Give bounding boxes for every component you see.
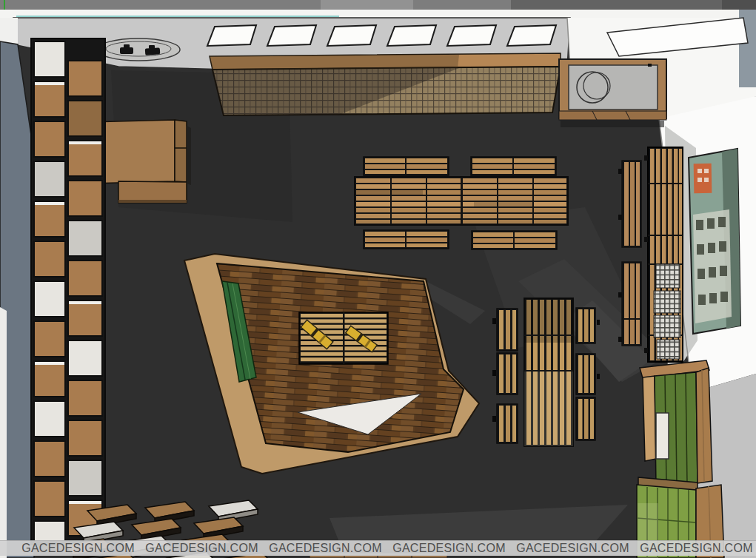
large-table (355, 177, 568, 225)
top-wall-cap (0, 10, 756, 19)
vertical-reading-tables (492, 298, 600, 446)
large-table (524, 298, 573, 446)
platform-slatted-table (299, 312, 388, 364)
watermark-text: GACEDESIGN.COM (264, 542, 387, 555)
bench-seat (497, 309, 518, 443)
slatted-display-panel (210, 53, 561, 115)
interior-render (0, 0, 756, 558)
wide-slat-unit (648, 147, 683, 362)
bench-seat (471, 157, 556, 175)
mesh-basket (654, 264, 680, 359)
bench-seat (364, 230, 449, 249)
axis-line-green (4, 0, 5, 10)
left-cube-shelving (31, 38, 105, 545)
service-counter (559, 59, 666, 127)
watermark-text: GACEDESIGN.COM (16, 542, 140, 555)
watermark-text: GACEDESIGN.COM (635, 542, 756, 555)
skylight-window (387, 25, 436, 46)
skylight-window (507, 25, 556, 46)
skylight-window (207, 25, 256, 46)
watermark-band: GACEDESIGN.COM GACEDESIGN.COM GACEDESIGN… (0, 540, 756, 556)
watermark-text: GACEDESIGN.COM (511, 542, 635, 555)
poster-logo (694, 164, 712, 193)
wall-poster (689, 149, 740, 334)
watermark-text: GACEDESIGN.COM (387, 542, 511, 555)
skylight-window (447, 25, 496, 46)
render-canvas: GACEDESIGN.COM GACEDESIGN.COM GACEDESIGN… (0, 0, 756, 558)
skylight-window (327, 25, 376, 46)
round-rug-with-chairs (97, 38, 180, 61)
bench-seat (472, 231, 557, 249)
bench-seat (576, 308, 595, 440)
watermark-text: GACEDESIGN.COM (140, 542, 264, 555)
skylight-window (267, 25, 316, 46)
bench-seat (364, 157, 449, 175)
